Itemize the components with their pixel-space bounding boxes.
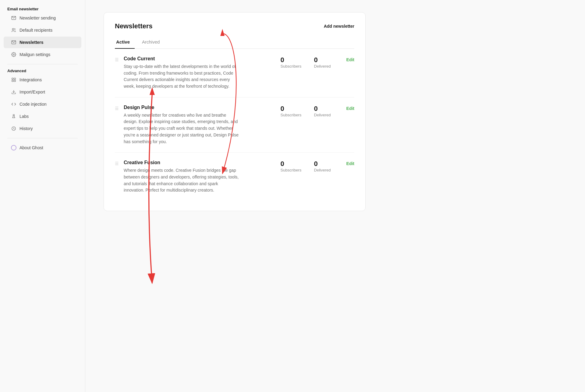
svg-point-1 (12, 28, 14, 30)
advanced-section-label: Advanced (0, 66, 34, 76)
subscribers-stat: 0 Subscribers (281, 105, 302, 117)
edit-newsletter-button-1[interactable]: Edit (346, 106, 354, 111)
svg-point-3 (13, 54, 14, 55)
delivered-stat: 0 Delivered (314, 105, 335, 117)
newsletter-row: ☰ Code Current Stay up-to-date with the … (115, 49, 354, 97)
sidebar-item-label: Newsletters (20, 40, 44, 45)
newsletter-row: ☰ Creative Fusion Where design meets cod… (115, 153, 354, 201)
svg-rect-5 (14, 78, 16, 79)
sidebar-item-label: Import/Export (20, 90, 45, 94)
newsletter-name: Code Current (124, 56, 276, 62)
delivered-stat: 0 Delivered (314, 56, 335, 69)
delivered-stat: 0 Delivered (314, 160, 335, 172)
newsletter-row: ☰ Design Pulse A weekly newsletter for c… (115, 97, 354, 153)
sidebar-item-default-recipients[interactable]: Default recipients (4, 24, 81, 36)
envelope-icon (11, 15, 16, 21)
sidebar-item-import-export[interactable]: Import/Export (4, 86, 81, 98)
sidebar-item-newsletters[interactable]: Newsletters (4, 37, 81, 48)
sidebar-item-label: Labs (20, 114, 29, 119)
newsletter-stats: 0 Subscribers 0 Delivered (281, 105, 342, 117)
users-icon (11, 27, 16, 33)
sidebar-item-label: Code injection (20, 102, 47, 107)
sidebar: Email newsletter Newsletter sending Defa… (0, 0, 85, 392)
sidebar-item-label: History (20, 126, 33, 131)
sidebar-item-label: About Ghost (20, 145, 43, 150)
subscribers-count: 0 (281, 56, 284, 64)
sidebar-item-integrations[interactable]: Integrations (4, 74, 81, 86)
svg-rect-7 (14, 80, 16, 82)
download-icon (11, 89, 16, 95)
delivered-label: Delivered (314, 64, 331, 69)
newsletter-info: Creative Fusion Where design meets code.… (124, 160, 276, 194)
subscribers-stat: 0 Subscribers (281, 160, 302, 172)
sidebar-divider-2 (7, 138, 78, 138)
newsletter-info: Code Current Stay up-to-date with the la… (124, 56, 276, 90)
newsletter-description: Stay up-to-date with the latest developm… (124, 63, 239, 90)
tab-archived[interactable]: Archived (141, 36, 165, 49)
tabs: Active Archived (115, 36, 354, 49)
code-icon (11, 101, 16, 107)
subscribers-count: 0 (281, 105, 284, 113)
grid-icon (11, 77, 16, 83)
sidebar-item-mailgun-settings[interactable]: Mailgun settings (4, 49, 81, 60)
sidebar-divider-1 (7, 64, 78, 64)
sidebar-item-label: Default recipients (20, 28, 52, 33)
subscribers-label: Subscribers (281, 168, 302, 172)
drag-handle-icon[interactable]: ☰ (115, 106, 119, 111)
sidebar-item-labs[interactable]: Labs (4, 111, 81, 122)
subscribers-label: Subscribers (281, 113, 302, 117)
sidebar-item-about-ghost[interactable]: About Ghost (4, 142, 81, 154)
mail-icon (11, 40, 16, 45)
newsletter-stats: 0 Subscribers 0 Delivered (281, 160, 342, 172)
delivered-count: 0 (314, 160, 318, 168)
newsletter-description: A weekly newsletter for creatives who li… (124, 112, 239, 145)
newsletter-info: Design Pulse A weekly newsletter for cre… (124, 105, 276, 145)
newsletter-name: Creative Fusion (124, 160, 276, 165)
subscribers-count: 0 (281, 160, 284, 168)
sidebar-item-newsletter-sending[interactable]: Newsletter sending (4, 12, 81, 24)
edit-newsletter-button-2[interactable]: Edit (346, 161, 354, 166)
subscribers-stat: 0 Subscribers (281, 56, 302, 69)
delivered-count: 0 (314, 56, 318, 64)
newsletter-name: Design Pulse (124, 105, 276, 110)
settings-icon (11, 52, 16, 57)
edit-newsletter-button-0[interactable]: Edit (346, 57, 354, 62)
sidebar-item-label: Mailgun settings (20, 52, 50, 57)
add-newsletter-button[interactable]: Add newsletter (324, 24, 354, 29)
main-content: Newsletters Add newsletter Active Archiv… (85, 0, 585, 392)
sidebar-item-code-injection[interactable]: Code injection (4, 98, 81, 110)
panel-title: Newsletters (115, 22, 153, 30)
drag-handle-icon[interactable]: ☰ (115, 57, 119, 62)
flask-icon (11, 114, 16, 119)
sidebar-item-label: Integrations (20, 77, 42, 82)
delivered-count: 0 (314, 105, 318, 113)
drag-handle-icon[interactable]: ☰ (115, 161, 119, 166)
svg-rect-4 (12, 78, 13, 79)
newsletter-stats: 0 Subscribers 0 Delivered (281, 56, 342, 69)
newsletters-panel: Newsletters Add newsletter Active Archiv… (104, 12, 366, 211)
delivered-label: Delivered (314, 113, 331, 117)
ghost-icon (11, 145, 16, 150)
sidebar-item-label: Newsletter sending (20, 16, 56, 20)
delivered-label: Delivered (314, 168, 331, 172)
newsletter-description: Where design meets code. Creative Fusion… (124, 167, 239, 194)
sidebar-item-history[interactable]: History (4, 123, 81, 134)
subscribers-label: Subscribers (281, 64, 302, 69)
clock-icon (11, 126, 16, 131)
svg-rect-6 (12, 80, 13, 82)
panel-header: Newsletters Add newsletter (115, 22, 354, 30)
email-newsletter-section-label: Email newsletter (0, 4, 46, 14)
tab-active[interactable]: Active (115, 36, 135, 49)
